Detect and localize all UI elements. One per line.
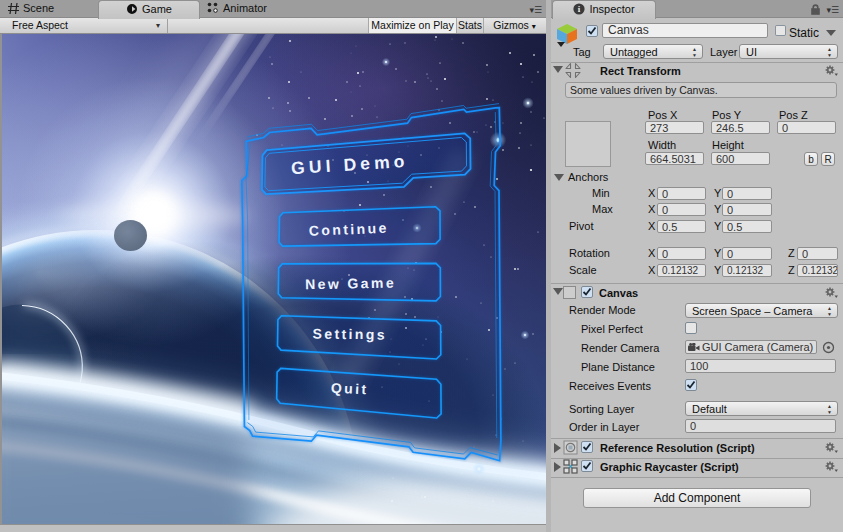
- svg-text:Continue: Continue: [309, 220, 389, 239]
- svg-text:Quit: Quit: [331, 380, 369, 398]
- svg-text:New Game: New Game: [305, 274, 396, 292]
- svg-text:Settings: Settings: [312, 325, 387, 342]
